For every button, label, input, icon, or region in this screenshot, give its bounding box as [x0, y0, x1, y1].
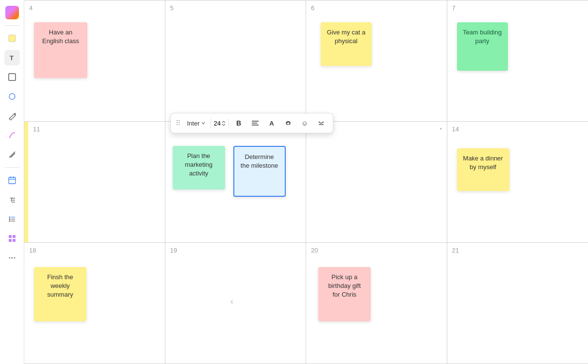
align-button[interactable]	[248, 116, 262, 130]
text-formatting-toolbar: ⠿ Inter 24 B A	[170, 113, 333, 133]
sticky-note-team-building[interactable]: Team building party	[457, 22, 508, 71]
calendar-grid: 4 Have an English class 5 6 Give my cat …	[24, 0, 588, 364]
calendar-cell-6: 6 Give my cat a physical	[306, 0, 447, 122]
font-size-control: 24	[214, 120, 226, 127]
frame-tool[interactable]	[4, 69, 20, 85]
calendar-cell-14: 14 Make a dinner by myself	[447, 122, 588, 243]
sidebar-divider-2	[5, 167, 19, 168]
sticky-note-tool[interactable]	[4, 31, 20, 46]
emoji-button[interactable]: ☺	[298, 116, 311, 130]
day-number-11: 11	[33, 126, 40, 133]
day-number-6: 6	[311, 4, 314, 12]
svg-point-26	[14, 257, 15, 259]
calendar-cell-7: 7 Team building party	[447, 0, 588, 122]
toolbar-divider-1	[211, 118, 211, 128]
pen-tool[interactable]	[4, 108, 20, 124]
sticky-note-english-class[interactable]: Have an English class	[34, 22, 87, 78]
calendar-cell-21: 21	[447, 243, 588, 364]
calendar-cell-18: 18 Finsh the weekly summary	[24, 243, 165, 364]
calendar-cell-12: 12 ⠿ Inter 24 B	[165, 122, 307, 243]
day-number-21: 21	[452, 247, 459, 254]
bold-button[interactable]: B	[232, 116, 245, 130]
day-number-18: 18	[29, 247, 36, 254]
sidebar-divider-1	[5, 25, 19, 26]
font-name-label: Inter	[187, 120, 200, 127]
toolbar-drag-handle[interactable]: ⠿	[176, 119, 180, 127]
grid-tool[interactable]	[4, 231, 20, 246]
eraser-tool[interactable]	[4, 147, 20, 162]
calendar-cell-5: 5	[165, 0, 307, 122]
calendar-cell-4: 4 Have an English class	[24, 0, 165, 122]
svg-rect-20	[9, 235, 12, 238]
font-size-value: 24	[214, 120, 221, 127]
day-number-7: 7	[452, 4, 456, 12]
calendar-cell-11: 11	[24, 122, 165, 243]
svg-line-4	[9, 152, 15, 158]
svg-text:T: T	[10, 197, 13, 203]
sticky-note-dinner[interactable]: Make a dinner by myself	[457, 148, 509, 191]
more-options-button[interactable]	[314, 116, 328, 130]
day-number-14: 14	[452, 126, 459, 133]
font-size-stepper[interactable]	[222, 121, 226, 126]
font-family-selector[interactable]: Inter	[185, 116, 208, 130]
text-list-tool[interactable]: T	[4, 192, 20, 207]
svg-point-18	[9, 221, 10, 222]
shape-tool[interactable]	[4, 89, 20, 104]
sticky-note-marketing[interactable]: Plan the marketing activity	[173, 146, 225, 190]
cell-indicator: •	[440, 126, 442, 131]
svg-rect-0	[9, 35, 16, 42]
svg-rect-2	[9, 74, 16, 80]
bullet-list-tool[interactable]	[4, 211, 20, 227]
brush-tool[interactable]	[4, 127, 20, 143]
calendar-cell-13: 13 •	[306, 122, 447, 243]
sticky-note-weekly-summary[interactable]: Finsh the weekly summary	[34, 267, 86, 321]
sidebar: T	[0, 0, 24, 364]
sticky-note-birthday-gift[interactable]: Pick up a birthday gift for Chris	[318, 267, 371, 321]
svg-text:T: T	[10, 54, 14, 62]
svg-point-25	[11, 257, 13, 259]
day-number-5: 5	[170, 4, 174, 12]
svg-point-16	[9, 219, 10, 220]
calendar-cell-20: 20 Pick up a birthday gift for Chris	[306, 243, 447, 364]
day-number-20: 20	[311, 247, 318, 254]
svg-rect-22	[9, 239, 12, 242]
day-number-4: 4	[29, 4, 33, 12]
calendar-tool[interactable]	[4, 173, 20, 188]
sticky-note-milestone[interactable]: Determine the milestone	[233, 146, 286, 197]
svg-rect-6	[9, 177, 16, 184]
svg-point-14	[9, 217, 10, 218]
link-button[interactable]	[281, 116, 295, 130]
main-content: 4 Have an English class 5 6 Give my cat …	[24, 0, 588, 364]
svg-rect-21	[13, 235, 16, 238]
svg-point-3	[9, 94, 15, 99]
toolbar-divider-2	[229, 118, 229, 128]
app-logo-icon[interactable]	[4, 5, 20, 20]
sticky-note-cat-physical[interactable]: Give my cat a physical	[321, 22, 372, 66]
svg-rect-23	[13, 239, 16, 242]
day-number-19: 19	[170, 247, 177, 254]
svg-point-24	[9, 257, 10, 259]
more-tools[interactable]	[4, 250, 20, 266]
yellow-strip	[24, 122, 28, 242]
small-text-c: c	[231, 299, 234, 304]
text-color-button[interactable]: A	[265, 116, 278, 130]
text-tool[interactable]: T	[4, 50, 20, 65]
calendar-cell-19: 19 c	[165, 243, 307, 364]
